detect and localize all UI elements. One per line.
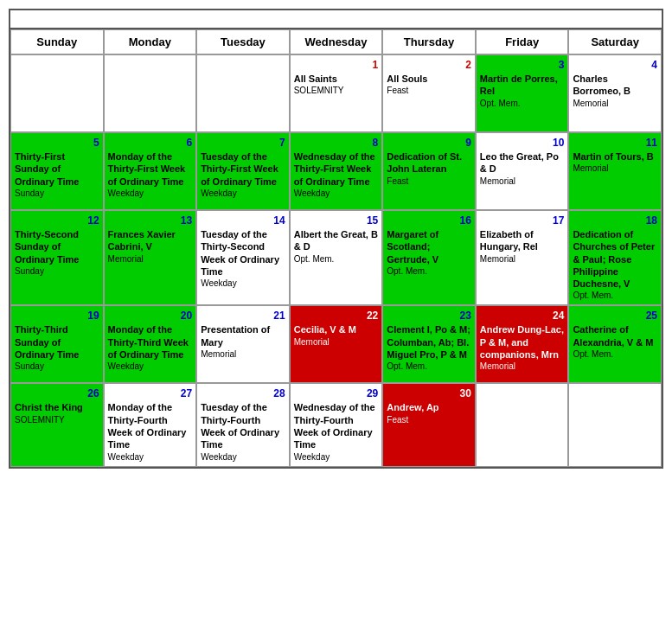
day-cell xyxy=(10,54,104,132)
day-feast-name: Monday of the Thirty-Third Week of Ordin… xyxy=(108,323,193,361)
day-number: 15 xyxy=(294,214,379,227)
day-feast-type: Weekday xyxy=(294,451,379,463)
day-header-tuesday: Tuesday xyxy=(196,29,290,54)
day-number: 26 xyxy=(15,387,99,399)
day-feast-type: Opt. Mem. xyxy=(480,98,565,109)
day-cell: 3Martin de Porres, RelOpt. Mem. xyxy=(476,54,569,132)
day-feast-name: Presentation of Mary xyxy=(201,323,285,348)
day-cell: 4Charles Borromeo, BMemorial xyxy=(568,54,662,132)
day-number: 29 xyxy=(294,387,379,399)
day-number: 21 xyxy=(201,310,285,322)
day-feast-name: Christ the King xyxy=(15,401,99,413)
day-cell: 30Andrew, ApFeast xyxy=(382,383,476,466)
day-cell: 13Frances Xavier Cabrini, VMemorial xyxy=(104,210,197,305)
day-cell: 6Monday of the Thirty-First Week of Ordi… xyxy=(104,132,197,210)
day-feast-type: Memorial xyxy=(480,361,565,372)
day-feast-name: Andrew, Ap xyxy=(387,401,471,413)
day-number: 25 xyxy=(573,310,657,322)
day-feast-name: Andrew Dung-Lac, P & M, and companions, … xyxy=(480,323,565,361)
day-feast-type: Weekday xyxy=(108,188,193,199)
day-header-monday: Monday xyxy=(104,29,197,54)
day-number: 3 xyxy=(480,59,565,71)
day-feast-name: Dedication of Churches of Peter & Paul; … xyxy=(573,228,657,290)
day-feast-type: Memorial xyxy=(108,253,193,265)
day-feast-type: Weekday xyxy=(201,188,285,199)
day-number: 2 xyxy=(387,59,471,71)
day-cell: 15Albert the Great, B & DOpt. Mem. xyxy=(290,210,383,305)
day-number: 17 xyxy=(480,214,565,227)
day-cell: 27Monday of the Thirty-Fourth Week of Or… xyxy=(104,383,197,466)
day-feast-type: Sunday xyxy=(15,188,99,199)
day-feast-type: SOLEMNITY xyxy=(15,414,99,425)
day-cell: 29Wednesday of the Thirty-Fourth Week of… xyxy=(290,383,383,466)
day-cell: 8Wednesday of the Thirty-First Week of O… xyxy=(290,132,383,210)
day-feast-name: Margaret of Scotland; Gertrude, V xyxy=(387,228,471,265)
day-feast-type: Weekday xyxy=(201,451,285,463)
day-feast-name: Cecilia, V & M xyxy=(294,323,379,335)
day-number: 23 xyxy=(387,310,471,322)
day-feast-type: Weekday xyxy=(108,361,193,372)
day-number: 11 xyxy=(573,137,657,149)
day-cell: 28Tuesday of the Thirty-Fourth Week of O… xyxy=(196,383,290,466)
day-cell xyxy=(568,383,662,466)
day-feast-name: Tuesday of the Thirty-First Week of Ordi… xyxy=(201,150,285,188)
day-feast-type: Memorial xyxy=(480,176,565,187)
day-cell: 14Tuesday of the Thirty-Second Week of O… xyxy=(196,210,290,305)
day-number: 19 xyxy=(15,310,99,322)
day-number: 8 xyxy=(294,137,379,149)
day-feast-name: Frances Xavier Cabrini, V xyxy=(108,228,193,253)
day-feast-name: Wednesday of the Thirty-Fourth Week of O… xyxy=(294,401,379,450)
day-header-thursday: Thursday xyxy=(382,29,476,54)
day-feast-type: Feast xyxy=(387,85,471,96)
day-feast-type: SOLEMNITY xyxy=(294,85,379,96)
day-header-sunday: Sunday xyxy=(10,29,104,54)
day-cell: 16Margaret of Scotland; Gertrude, VOpt. … xyxy=(382,210,476,305)
day-number: 6 xyxy=(108,137,193,149)
day-feast-type: Memorial xyxy=(201,348,285,360)
day-cell: 9Dedication of St. John LateranFeast xyxy=(382,132,476,210)
day-feast-type: Memorial xyxy=(573,163,657,174)
day-cell: 23Clement I, Po & M; Columban, Ab; Bl. M… xyxy=(382,305,476,383)
day-number: 12 xyxy=(15,214,99,227)
day-cell: 22Cecilia, V & MMemorial xyxy=(290,305,383,383)
day-number: 9 xyxy=(387,137,471,149)
day-number: 20 xyxy=(108,310,193,322)
day-cell: 12Thirty-Second Sunday of Ordinary TimeS… xyxy=(10,210,104,305)
day-feast-name: All Saints xyxy=(294,73,379,85)
day-feast-type: Feast xyxy=(387,414,471,425)
day-cell: 21Presentation of MaryMemorial xyxy=(196,305,290,383)
day-feast-name: Dedication of St. John Lateran xyxy=(387,150,471,176)
day-header-friday: Friday xyxy=(476,29,569,54)
day-cell: 20Monday of the Thirty-Third Week of Ord… xyxy=(104,305,197,383)
day-feast-type: Opt. Mem. xyxy=(294,253,379,265)
day-feast-type: Weekday xyxy=(294,188,379,199)
calendar-title xyxy=(10,10,662,29)
day-feast-name: Clement I, Po & M; Columban, Ab; Bl. Mig… xyxy=(387,323,471,361)
day-cell xyxy=(104,54,197,132)
day-number: 14 xyxy=(201,214,285,227)
day-number: 1 xyxy=(294,59,379,71)
day-cell: 7Tuesday of the Thirty-First Week of Ord… xyxy=(196,132,290,210)
day-cell: 2All SoulsFeast xyxy=(382,54,476,132)
day-feast-type: Opt. Mem. xyxy=(573,290,657,301)
day-feast-name: Monday of the Thirty-Fourth Week of Ordi… xyxy=(108,401,193,450)
day-feast-name: Wednesday of the Thirty-First Week of Or… xyxy=(294,150,379,188)
calendar-grid: SundayMondayTuesdayWednesdayThursdayFrid… xyxy=(10,29,662,467)
day-feast-type: Opt. Mem. xyxy=(387,265,471,277)
day-cell: 24Andrew Dung-Lac, P & M, and companions… xyxy=(476,305,569,383)
day-feast-name: Elizabeth of Hungary, Rel xyxy=(480,228,565,253)
day-feast-name: Martin de Porres, Rel xyxy=(480,73,565,98)
day-cell: 19Thirty-Third Sunday of Ordinary TimeSu… xyxy=(10,305,104,383)
day-number: 18 xyxy=(573,214,657,227)
day-feast-type: Sunday xyxy=(15,361,99,372)
day-feast-name: Thirty-First Sunday of Ordinary Time xyxy=(15,150,99,188)
day-feast-name: Martin of Tours, B xyxy=(573,150,657,163)
day-cell: 11Martin of Tours, BMemorial xyxy=(568,132,662,210)
day-feast-type: Feast xyxy=(387,176,471,187)
day-feast-type: Memorial xyxy=(294,336,379,348)
day-cell: 17Elizabeth of Hungary, RelMemorial xyxy=(476,210,569,305)
day-feast-name: Tuesday of the Thirty-Fourth Week of Ord… xyxy=(201,401,285,450)
day-feast-name: Albert the Great, B & D xyxy=(294,228,379,253)
day-feast-name: Monday of the Thirty-First Week of Ordin… xyxy=(108,150,193,188)
day-feast-type: Memorial xyxy=(573,98,657,109)
